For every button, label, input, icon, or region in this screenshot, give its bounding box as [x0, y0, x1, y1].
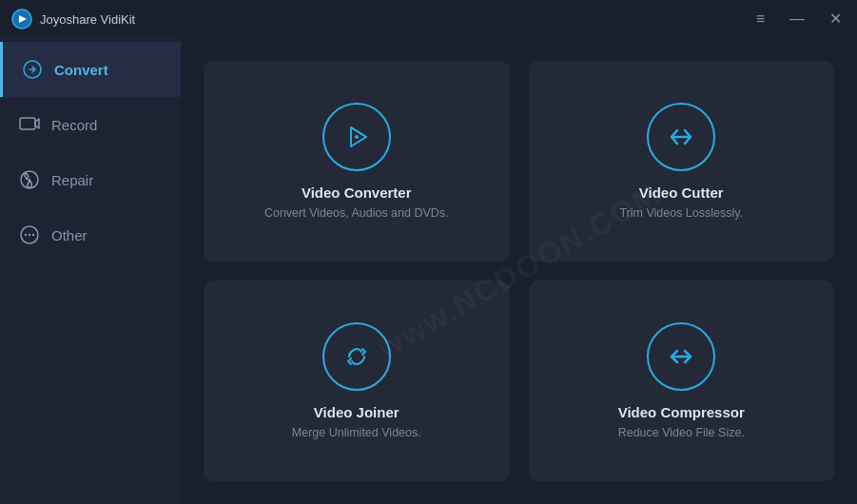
- sidebar-item-repair[interactable]: Repair: [0, 152, 181, 207]
- svg-point-6: [25, 234, 27, 236]
- video-converter-icon-circle: [322, 103, 391, 171]
- content-area: Video Converter Convert Videos, Audios a…: [181, 38, 857, 504]
- video-joiner-desc: Merge Unlimited Videos.: [292, 426, 421, 439]
- app-logo: [11, 9, 32, 29]
- repair-icon: [19, 169, 40, 190]
- sidebar-record-label: Record: [51, 117, 97, 133]
- app-title: Joyoshare VidiKit: [40, 12, 135, 27]
- video-joiner-icon-circle: [322, 322, 391, 391]
- menu-button[interactable]: ≡: [752, 10, 769, 29]
- svg-point-7: [29, 234, 30, 236]
- svg-point-8: [32, 234, 34, 236]
- tool-card-video-joiner[interactable]: Video Joiner Merge Unlimited Videos.: [204, 281, 510, 481]
- sidebar-convert-label: Convert: [54, 62, 108, 78]
- video-converter-desc: Convert Videos, Audios and DVDs.: [264, 206, 449, 220]
- svg-point-10: [355, 135, 359, 139]
- video-joiner-title: Video Joiner: [314, 404, 399, 420]
- sidebar-other-label: Other: [51, 227, 88, 243]
- sidebar-repair-label: Repair: [51, 172, 93, 188]
- record-icon: [19, 114, 40, 135]
- title-bar: Joyoshare VidiKit ≡ — ✕: [0, 0, 857, 38]
- tool-card-video-compressor[interactable]: Video Compressor Reduce Video File Size.: [529, 281, 835, 481]
- tool-card-video-converter[interactable]: Video Converter Convert Videos, Audios a…: [204, 61, 510, 262]
- minimize-button[interactable]: —: [786, 10, 808, 29]
- sidebar-item-other[interactable]: Other: [0, 207, 181, 262]
- svg-rect-3: [20, 118, 35, 129]
- video-compressor-icon-circle: [647, 322, 715, 391]
- video-cutter-desc: Trim Videos Losslessly.: [619, 206, 743, 220]
- video-compressor-desc: Reduce Video File Size.: [618, 426, 745, 439]
- sidebar-item-convert[interactable]: Convert: [0, 42, 181, 97]
- video-cutter-title: Video Cutter: [639, 184, 724, 201]
- video-compressor-title: Video Compressor: [618, 404, 745, 420]
- title-bar-left: Joyoshare VidiKit: [11, 9, 135, 29]
- other-icon: [19, 224, 40, 245]
- video-converter-title: Video Converter: [302, 184, 412, 201]
- sidebar: Convert Record Repair: [0, 38, 181, 504]
- title-bar-controls: ≡ — ✕: [752, 10, 846, 29]
- sidebar-item-record[interactable]: Record: [0, 97, 181, 152]
- close-button[interactable]: ✕: [826, 10, 846, 29]
- tool-card-video-cutter[interactable]: Video Cutter Trim Videos Losslessly.: [529, 61, 835, 262]
- video-cutter-icon-circle: [647, 103, 715, 171]
- convert-icon: [22, 59, 43, 80]
- main-layout: Convert Record Repair: [0, 38, 857, 504]
